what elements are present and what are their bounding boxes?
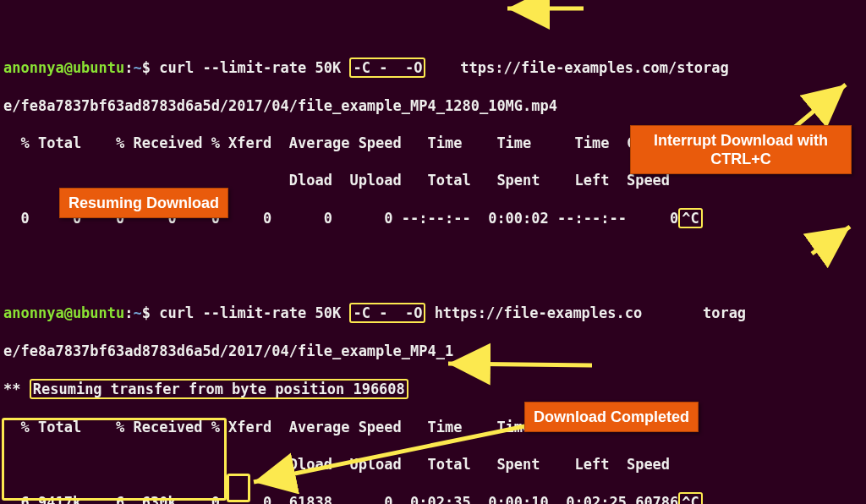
cmd-text: curl --limit-rate 50K xyxy=(159,59,349,76)
flag-o: -O xyxy=(405,59,422,76)
flag-c: -C - xyxy=(353,304,387,321)
final-zero-highlight xyxy=(227,474,250,502)
prompt-sym: $ xyxy=(142,304,151,321)
callout-text: Resuming Download xyxy=(69,194,219,211)
flag-c: -C - xyxy=(353,59,387,76)
callout-interrupt: Interrupt Download with CTRL+C xyxy=(630,125,852,174)
resume-prefix: ** xyxy=(3,381,30,397)
cmd-text: curl --limit-rate 50K xyxy=(159,304,349,321)
url-line: e/fe8a7837bf63ad8783d6a5d/2017/04/file_e… xyxy=(3,96,863,115)
ctrlc-highlight: ^C xyxy=(678,208,702,228)
prompt-path: ~ xyxy=(134,59,142,76)
callout-resume: Resuming Download xyxy=(59,188,228,218)
flag-c-highlight: -C - -O xyxy=(349,303,425,323)
prompt-sep: : xyxy=(124,304,133,321)
url-part xyxy=(425,59,460,76)
final-progress-highlight xyxy=(2,418,227,501)
callout-text: Interrupt Download with CTRL+C xyxy=(654,132,828,167)
ctrlc-highlight: ^C xyxy=(678,492,702,504)
prompt-user: anonnya@ubuntu xyxy=(3,59,124,76)
resume-highlight: Resuming transfer from byte position 196… xyxy=(30,379,408,399)
url-line: e/fe8a7837bf63ad8783d6a5d/2017/04/file_e… xyxy=(3,342,863,360)
callout-text: Download Completed xyxy=(534,408,689,425)
prompt-sep: : xyxy=(124,59,133,76)
flag-o: -O xyxy=(405,304,422,321)
prompt-sym: $ xyxy=(142,59,151,76)
url-seg: https://file-examples.co xyxy=(425,304,642,321)
prompt-user: anonnya@ubuntu xyxy=(3,304,124,321)
callout-done: Download Completed xyxy=(524,402,699,432)
resume-msg: Resuming transfer from byte position 196… xyxy=(33,381,405,397)
url-seg: torag xyxy=(703,304,746,321)
flag-c-highlight: -C - -O xyxy=(349,58,425,78)
ctrlc: ^C xyxy=(682,210,699,227)
prompt-path: ~ xyxy=(134,304,142,321)
ctrlc: ^C xyxy=(682,494,699,504)
url-seg: ttps://file-examples.com/storag xyxy=(460,59,728,76)
